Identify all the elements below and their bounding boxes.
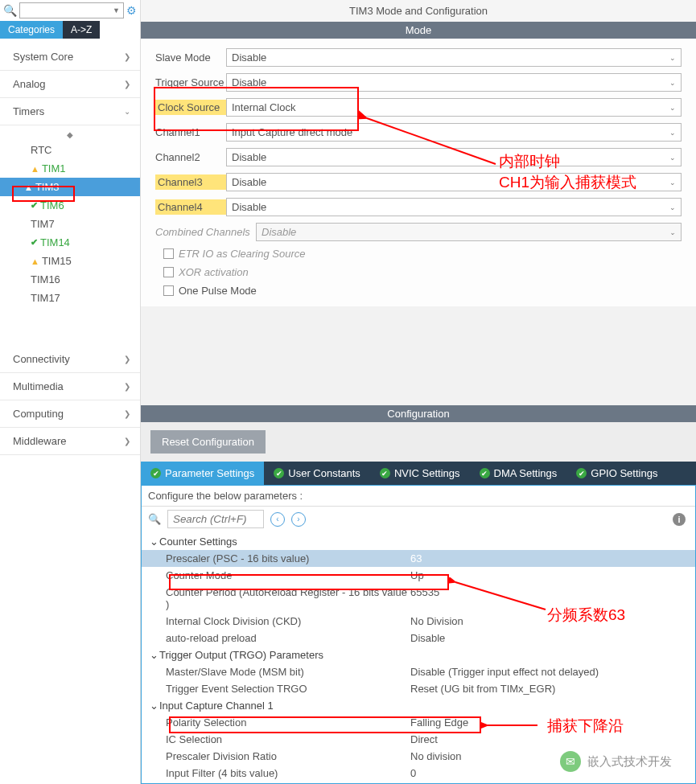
sidebar-item-timers[interactable]: Timers⌄ xyxy=(0,98,140,125)
check-icon: ✔ xyxy=(150,468,161,478)
sidebar-search-input[interactable]: ▼ xyxy=(19,2,124,18)
main-panel: TIM3 Mode and Configuration Mode Slave M… xyxy=(141,0,696,784)
param-counter-mode[interactable]: Counter ModeUp xyxy=(142,567,695,584)
timer-tim14[interactable]: ✔TIM14 xyxy=(0,233,140,252)
clock-source-select[interactable]: Internal Clock⌄ xyxy=(226,98,682,117)
warn-icon: ▲ xyxy=(31,257,39,266)
tab-nvic-settings[interactable]: ✔NVIC Settings xyxy=(370,462,470,485)
timer-tim3[interactable]: ▲TIM3 xyxy=(0,178,140,196)
sidebar-item-system-core[interactable]: System Core❯ xyxy=(0,43,140,71)
trigger-source-label: Trigger Source xyxy=(155,76,226,88)
chevron-right-icon: ❯ xyxy=(124,409,130,418)
channel1-label: Channel1 xyxy=(155,126,226,138)
trigger-source-select[interactable]: Disable⌄ xyxy=(226,73,682,92)
sidebar: 🔍 ▼ ⚙ Categories A->Z System Core❯ Analo… xyxy=(0,0,141,784)
check-icon: ✔ xyxy=(480,468,490,478)
group-trgo-params[interactable]: ⌄Trigger Output (TRGO) Parameters xyxy=(142,646,695,663)
tab-categories[interactable]: Categories xyxy=(0,21,63,39)
annotation-text: 内部时钟 xyxy=(499,151,560,172)
timer-tim16[interactable]: TIM16 xyxy=(0,270,140,289)
channel1-select[interactable]: Input Capture direct mode⌄ xyxy=(226,123,682,142)
timer-tim17[interactable]: TIM17 xyxy=(0,289,140,307)
timer-tim6[interactable]: ✔TIM6 xyxy=(0,196,140,215)
param-trgo-event[interactable]: Trigger Event Selection TRGOReset (UG bi… xyxy=(142,680,695,697)
watermark-text: 嵌入式技术开发 xyxy=(587,754,672,770)
channel3-label: Channel3 xyxy=(155,174,226,190)
check-icon: ✔ xyxy=(31,237,38,248)
config-search-input[interactable] xyxy=(167,510,264,528)
checkbox-icon[interactable] xyxy=(163,285,174,296)
reset-config-button[interactable]: Reset Configuration xyxy=(150,430,266,454)
chevron-down-icon: ⌄ xyxy=(669,179,676,187)
chevron-down-icon: ⌄ xyxy=(669,54,676,62)
config-header: Configuration xyxy=(141,405,696,422)
prev-result-button[interactable]: ‹ xyxy=(270,512,285,527)
gear-icon[interactable]: ⚙ xyxy=(126,4,137,17)
one-pulse-checkbox-row[interactable]: One Pulse Mode xyxy=(155,285,682,297)
next-result-button[interactable]: › xyxy=(291,512,306,527)
xor-checkbox-row: XOR activation xyxy=(155,266,682,278)
search-icon: 🔍 xyxy=(3,4,17,17)
param-msm-bit[interactable]: Master/Slave Mode (MSM bit)Disable (Trig… xyxy=(142,663,695,680)
warn-icon: ▲ xyxy=(31,164,39,174)
timer-tim1[interactable]: ▲TIM1 xyxy=(0,159,140,178)
slave-mode-select[interactable]: Disable⌄ xyxy=(226,48,682,67)
chevron-right-icon: ❯ xyxy=(124,52,130,61)
check-icon: ✔ xyxy=(274,468,284,478)
sidebar-item-multimedia[interactable]: Multimedia❯ xyxy=(0,373,140,400)
param-auto-reload-preload[interactable]: auto-reload preloadDisable xyxy=(142,630,695,646)
channel2-label: Channel2 xyxy=(155,151,226,163)
config-description: Configure the below parameters : xyxy=(142,486,695,507)
sort-indicator[interactable]: ◆ xyxy=(0,129,140,141)
sidebar-item-middleware[interactable]: Middleware❯ xyxy=(0,428,140,455)
mode-header: Mode xyxy=(141,22,696,39)
chevron-down-icon: ⌄ xyxy=(669,228,676,236)
timer-tim15[interactable]: ▲TIM15 xyxy=(0,252,140,270)
chevron-down-icon: ⌄ xyxy=(669,104,676,112)
slave-mode-label: Slave Mode xyxy=(155,51,226,64)
annotation-text: 分频系数63 xyxy=(547,605,625,626)
etr-checkbox-row: ETR IO as Clearing Source xyxy=(155,248,682,260)
chevron-down-icon: ⌄ xyxy=(669,129,676,137)
checkbox-icon xyxy=(163,267,174,277)
tab-user-constants[interactable]: ✔User Constants xyxy=(264,462,370,485)
wechat-icon: ✉ xyxy=(560,751,581,772)
chevron-down-icon: ⌄ xyxy=(124,107,130,116)
tab-parameter-settings[interactable]: ✔Parameter Settings xyxy=(141,462,264,485)
check-icon: ✔ xyxy=(31,200,38,211)
timer-tim7[interactable]: TIM7 xyxy=(0,215,140,233)
annotation-text: 捕获下降沿 xyxy=(547,716,624,737)
sidebar-item-computing[interactable]: Computing❯ xyxy=(0,400,140,428)
annotation-text: CH1为输入捕获模式 xyxy=(499,172,636,193)
chevron-down-icon: ⌄ xyxy=(669,154,676,162)
chevron-right-icon: ❯ xyxy=(124,437,130,445)
chevron-right-icon: ❯ xyxy=(124,355,130,363)
combined-channels-select: Disable⌄ xyxy=(256,223,682,241)
param-prescaler[interactable]: Prescaler (PSC - 16 bits value)63 xyxy=(142,550,695,567)
channel4-label: Channel4 xyxy=(155,199,226,215)
sidebar-item-analog[interactable]: Analog❯ xyxy=(0,71,140,98)
warn-icon: ▲ xyxy=(24,183,33,192)
sidebar-item-connectivity[interactable]: Connectivity❯ xyxy=(0,346,140,373)
check-icon: ✔ xyxy=(380,468,390,478)
group-input-capture-ch1[interactable]: ⌄Input Capture Channel 1 xyxy=(142,697,695,714)
channel4-select[interactable]: Disable⌄ xyxy=(226,198,682,216)
combined-channels-label: Combined Channels xyxy=(155,226,256,238)
tab-dma-settings[interactable]: ✔DMA Settings xyxy=(470,462,567,485)
clock-source-label: Clock Source xyxy=(155,100,226,115)
chevron-down-icon: ⌄ xyxy=(669,79,676,87)
checkbox-icon xyxy=(163,248,174,259)
tab-az[interactable]: A->Z xyxy=(63,21,100,39)
chevron-right-icon: ❯ xyxy=(124,80,130,88)
chevron-right-icon: ❯ xyxy=(124,382,130,391)
check-icon: ✔ xyxy=(576,468,587,478)
info-icon[interactable]: i xyxy=(673,513,686,526)
page-title: TIM3 Mode and Configuration xyxy=(141,0,696,22)
group-counter-settings[interactable]: ⌄Counter Settings xyxy=(142,533,695,550)
search-icon: 🔍 xyxy=(148,513,161,525)
channel2-select[interactable]: Disable⌄ xyxy=(226,148,682,166)
watermark: ✉ 嵌入式技术开发 xyxy=(560,751,672,772)
tab-gpio-settings[interactable]: ✔GPIO Settings xyxy=(566,462,667,485)
chevron-down-icon: ⌄ xyxy=(669,203,676,211)
timer-rtc[interactable]: RTC xyxy=(0,141,140,159)
